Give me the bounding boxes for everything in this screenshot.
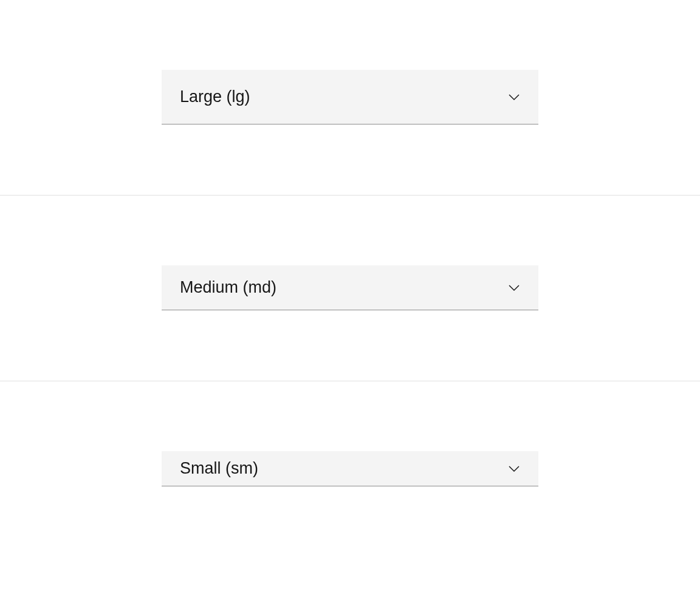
chevron-down-icon <box>508 282 520 294</box>
chevron-down-icon <box>508 463 520 475</box>
accordion-small[interactable]: Small (sm) <box>162 451 538 486</box>
accordion-medium[interactable]: Medium (md) <box>162 265 538 310</box>
accordion-title: Large (lg) <box>180 87 250 106</box>
accordion-large[interactable]: Large (lg) <box>162 70 538 124</box>
accordion-title: Medium (md) <box>180 278 276 297</box>
accordion-title: Small (sm) <box>180 459 258 478</box>
accordion-section-medium: Medium (md) <box>0 196 700 381</box>
accordion-section-small: Small (sm) <box>0 381 700 557</box>
accordion-section-large: Large (lg) <box>0 0 700 196</box>
chevron-down-icon <box>508 91 520 103</box>
